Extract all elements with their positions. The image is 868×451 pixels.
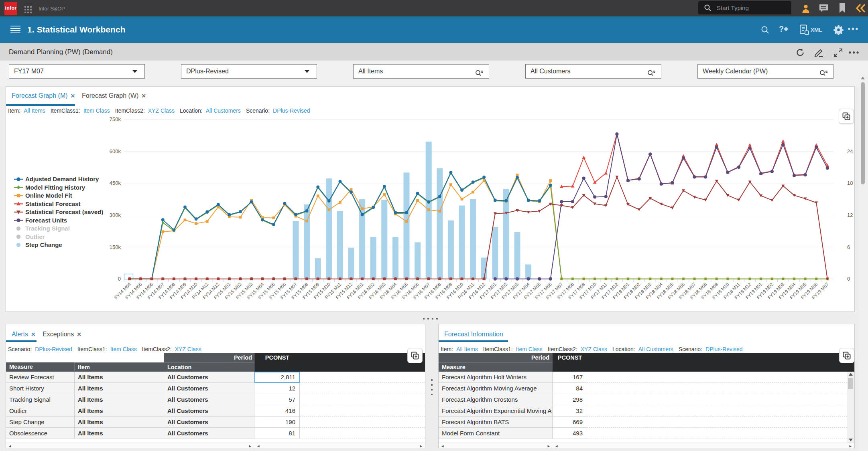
svg-text:Statistical Forecast: Statistical Forecast [25, 200, 81, 207]
svg-text:600k: 600k [110, 148, 121, 154]
svg-text:450k: 450k [110, 180, 121, 186]
svg-text:Online Model Fit: Online Model Fit [25, 192, 72, 199]
svg-text:12: 12 [847, 212, 853, 218]
svg-text:Adjusted Demand History: Adjusted Demand History [25, 176, 99, 182]
svg-text:150k: 150k [110, 244, 121, 250]
svg-text:18: 18 [847, 180, 853, 186]
svg-text:Step Change: Step Change [25, 241, 62, 248]
svg-text:Statistical Forecast (saved): Statistical Forecast (saved) [25, 208, 103, 215]
svg-text:Model Fitting History: Model Fitting History [25, 184, 85, 191]
svg-text:24: 24 [847, 148, 853, 154]
svg-text:750k: 750k [110, 116, 121, 122]
svg-text:Tracking Signal: Tracking Signal [25, 225, 70, 232]
svg-text:6: 6 [847, 244, 850, 250]
svg-text:0: 0 [847, 276, 850, 282]
svg-text:0: 0 [118, 276, 121, 282]
svg-text:Forecast Units: Forecast Units [25, 217, 67, 224]
svg-text:Outlier: Outlier [25, 233, 45, 240]
svg-text:300k: 300k [110, 212, 121, 218]
